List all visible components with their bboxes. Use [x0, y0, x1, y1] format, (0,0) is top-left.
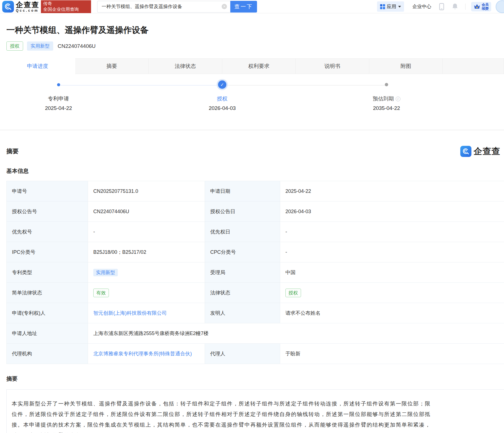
tab-abstract[interactable]: 摘要	[75, 58, 149, 74]
mascot-avatar[interactable]	[496, 0, 504, 13]
tab-bar-filler	[443, 58, 504, 74]
info-icon[interactable]: i	[396, 97, 400, 101]
apps-label: 应用	[387, 3, 396, 10]
header-divider	[465, 4, 466, 10]
expiry-label: 预估到期i	[345, 95, 428, 102]
field-value: -	[280, 222, 504, 242]
bell-icon	[452, 3, 458, 10]
grant-label: 授权	[180, 95, 264, 102]
apps-menu-button[interactable]: 应用	[377, 1, 404, 12]
field-value: -	[88, 222, 205, 242]
check-icon: ✓	[218, 80, 226, 89]
field-label: 代理人	[205, 344, 280, 364]
field-value: 北京博雅睿泉专利代理事务所(特殊普通合伙)	[88, 344, 205, 364]
abstract-text-title: 摘要	[6, 375, 504, 383]
agency-link[interactable]: 北京博雅睿泉专利代理事务所(特殊普通合伙)	[93, 351, 192, 356]
tab-application-progress[interactable]: 申请进度	[0, 58, 75, 74]
tab-claims[interactable]: 权利要求	[222, 58, 296, 74]
member-renew-button[interactable]: 会员 续费	[471, 2, 491, 11]
brand-name-en: Qcc.com	[16, 9, 39, 12]
table-row: 授权公告号 CN224074406U 授权公告日 2026-04-03	[7, 201, 504, 222]
field-label: 优先权号	[7, 222, 88, 242]
brand-name-cn: 企查查	[16, 1, 39, 8]
table-row: 申请人地址 上海市浦东新区秀浦路2555号康桥商务绿洲E2幢7楼	[7, 323, 504, 344]
search-bar: ✕ 查一下	[97, 1, 257, 13]
expiry-date: 2035-04-22	[345, 105, 428, 111]
field-label: 申请日期	[205, 181, 280, 201]
legal-status-badge: 授权	[285, 289, 301, 297]
tab-bar: 申请进度 摘要 法律状态 权利要求 说明书 附图	[0, 58, 504, 74]
publication-number: CN224074406U	[58, 43, 96, 49]
applicant-link[interactable]: 智元创新(上海)科技股份有限公司	[93, 310, 167, 316]
table-row: 代理机构 北京博雅睿泉专利代理事务所(特殊普通合伙) 代理人 于盼新	[7, 344, 504, 364]
field-label: CPC分类号	[205, 242, 280, 262]
table-row: 申请(专利权)人 智元创新(上海)科技股份有限公司 发明人 请求不公布姓名	[7, 303, 504, 323]
member-renew-label: 会员 续费	[482, 3, 489, 11]
field-value: 智元创新(上海)科技股份有限公司	[88, 303, 205, 323]
field-value: 请求不公布姓名	[280, 303, 504, 323]
field-label: 申请(专利权)人	[7, 303, 88, 323]
promo-line2: 全国企业信用查询	[43, 6, 89, 12]
field-label: 专利类型	[7, 262, 88, 283]
notifications-button[interactable]	[452, 3, 458, 10]
tab-drawings[interactable]: 附图	[369, 58, 443, 74]
field-label: 受理局	[205, 262, 280, 283]
promo-badge: 传奇 全国企业信用查询	[41, 0, 91, 13]
qcc-logo[interactable]: 企查查 Qcc.com	[2, 1, 39, 13]
section-divider	[0, 130, 504, 130]
abstract-section-title: 摘要	[6, 147, 19, 156]
watermark-brand-text: 企查查	[474, 146, 500, 157]
field-value: 授权	[280, 283, 504, 303]
mobile-app-button[interactable]	[439, 3, 444, 10]
mobile-icon	[439, 3, 444, 10]
abstract-text-box: 本实用新型公开了一种关节模组、遥操作臂及遥操作设备，包括：转子组件和定子组件，所…	[6, 389, 504, 433]
filing-label: 专利申请	[17, 95, 100, 102]
grant-date: 2026-04-03	[180, 105, 264, 111]
tab-description[interactable]: 说明书	[296, 58, 369, 74]
promo-line1: 传奇	[43, 1, 89, 6]
grant-status-badge: 授权	[6, 41, 23, 51]
crown-icon	[474, 4, 480, 10]
field-label: 代理机构	[7, 344, 88, 364]
field-label: 简单法律状态	[7, 283, 88, 303]
basic-info-title: 基本信息	[6, 167, 504, 175]
qcc-logo-icon	[2, 1, 14, 13]
table-row: 申请号 CN202520775131.0 申请日期 2025-04-22	[7, 181, 504, 201]
field-value: 2026-04-03	[280, 201, 504, 222]
timeline-step-grant: ✓ 授权 2026-04-03	[180, 74, 264, 111]
filing-dot-icon	[57, 83, 60, 86]
tab-legal-status[interactable]: 法律状态	[149, 58, 222, 74]
patent-badge-row: 授权 实用新型 CN224074406U	[6, 41, 504, 51]
search-input[interactable]	[102, 4, 219, 9]
field-value: CN224074406U	[88, 201, 205, 222]
table-row: 优先权号 - 优先权日 -	[7, 222, 504, 242]
field-value: 实用新型	[88, 262, 205, 283]
table-row: 简单法律状态 有效 法律状态 授权	[7, 283, 504, 303]
timeline-step-expiry: 预估到期i 2035-04-22	[345, 74, 428, 111]
brand-text: 企查查 Qcc.com	[16, 1, 39, 12]
field-label: 申请人地址	[7, 323, 88, 344]
field-value: 于盼新	[280, 344, 504, 364]
field-value: B25J18/00；B25J17/02	[88, 242, 205, 262]
field-label: IPC分类号	[7, 242, 88, 262]
filing-date: 2025-04-22	[17, 105, 100, 111]
field-value: -	[280, 242, 504, 262]
field-label: 法律状态	[205, 283, 280, 303]
field-label: 授权公告号	[7, 201, 88, 222]
search-input-box: ✕	[97, 1, 230, 13]
field-value: CN202520775131.0	[88, 181, 205, 201]
enterprise-center-link[interactable]: 企业中心	[412, 3, 431, 10]
table-row: IPC分类号 B25J18/00；B25J17/02 CPC分类号 -	[7, 242, 504, 262]
field-label: 申请号	[7, 181, 88, 201]
header-right-nav: 应用 企业中心 会员 续费	[377, 0, 504, 13]
clear-icon[interactable]: ✕	[222, 4, 227, 9]
patent-type-badge: 实用新型	[93, 269, 118, 276]
patent-type-badge: 实用新型	[27, 41, 53, 51]
field-label: 发明人	[205, 303, 280, 323]
search-button[interactable]: 查一下	[230, 1, 257, 13]
field-label: 授权公告日	[205, 201, 280, 222]
field-value: 2025-04-22	[280, 181, 504, 201]
table-row: 专利类型 实用新型 受理局 中国	[7, 262, 504, 283]
apps-grid-icon	[380, 4, 385, 9]
expiry-dot-icon	[385, 83, 388, 86]
